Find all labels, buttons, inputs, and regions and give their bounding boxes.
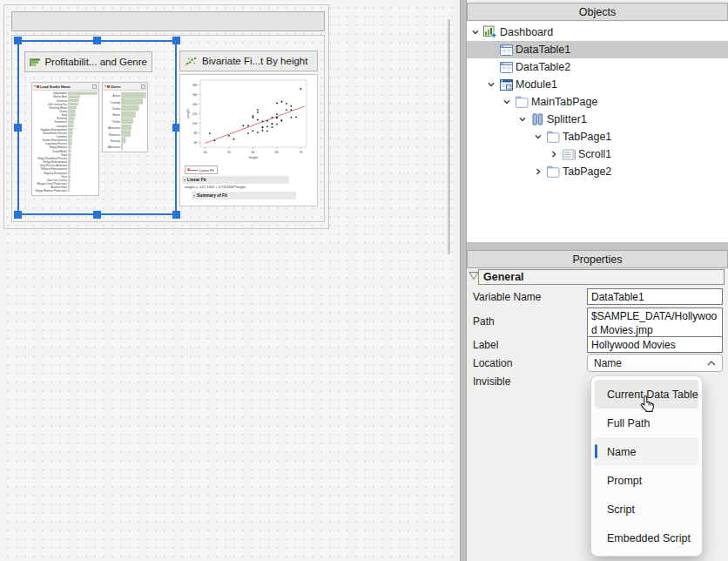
svg-text:Adventure: Adventure: [108, 145, 120, 149]
tree-item-maintabpage[interactable]: MainTabPage: [467, 93, 728, 111]
tree-item-label: DataTable2: [516, 61, 570, 73]
canvas-right-margin: [454, 0, 460, 561]
svg-text:Action: Action: [112, 94, 120, 98]
chevron-down-icon[interactable]: [516, 112, 529, 126]
tree-item-datatable1[interactable]: DataTable1: [467, 41, 728, 58]
mouse-cursor-hand-icon: [637, 390, 659, 413]
chevron-spacer: [484, 60, 498, 74]
tree-item-tabpage2[interactable]: TabPage2: [467, 163, 728, 180]
tree-item-datatable2[interactable]: DataTable2: [467, 58, 728, 76]
tree-item-label: TabPage2: [563, 166, 611, 178]
disclosure-triangle-icon: ▾: [193, 194, 195, 198]
selection-handle[interactable]: [172, 211, 180, 219]
location-label: Location: [473, 357, 512, 369]
dashboard-builder-window: Profitabilit... and Genre ▾ Lead Studio …: [0, 0, 728, 561]
svg-text:Animation: Animation: [108, 126, 120, 130]
disclosure-triangle-icon: ▾: [104, 84, 106, 88]
canvas-vertical-scrollbar[interactable]: [448, 19, 450, 254]
datatable-icon: [498, 60, 514, 74]
lead-studio-chart-title: Lead Studio Name: [40, 84, 91, 89]
menu-item-embedded-script[interactable]: Embedded Script: [595, 524, 698, 552]
chevron-right-icon[interactable]: [547, 147, 561, 161]
panel-splitter[interactable]: [460, 0, 467, 561]
genre-chart-header: ▾ Genre: [103, 83, 147, 91]
chevron-up-icon: [707, 361, 716, 366]
svg-text:Fantasy: Fantasy: [111, 139, 120, 143]
report-thumbnail-profitability-header[interactable]: Profitabilit... and Genre: [24, 51, 152, 72]
filter-icon: [141, 84, 145, 89]
svg-text:70: 70: [300, 151, 303, 154]
report-thumbnail-title: Profitabilit... and Genre: [44, 57, 147, 67]
selection-handle[interactable]: [14, 124, 22, 132]
tab-strip-placeholder[interactable]: [11, 11, 325, 31]
svg-text:120: 120: [192, 112, 198, 116]
report-thumbnail-title: Bivariate Fi...t By height: [202, 56, 307, 66]
lead-studio-bar-chart: IndependentWarner BrosUniversal20th Cent…: [32, 91, 98, 195]
genre-bar-chart: ActionComedyDramaHorrorThrillerAnimation…: [103, 91, 147, 152]
chevron-down-icon[interactable]: [531, 130, 545, 144]
selection-handle[interactable]: [93, 211, 101, 219]
red-marker-icon: [107, 85, 110, 88]
summary-of-fit-section-header[interactable]: ▾ Summary of Fit: [192, 192, 296, 199]
tree-item-dashboard[interactable]: Dashboard: [467, 24, 728, 41]
chevron-down-icon[interactable]: [484, 78, 498, 91]
objects-tree: DashboardDataTable1DataTable2Module1Main…: [467, 22, 728, 242]
menu-item-name[interactable]: Name: [595, 437, 698, 466]
scatter-icon: [185, 56, 198, 67]
tree-item-label: Module1: [516, 78, 557, 91]
menu-item-prompt[interactable]: Prompt: [595, 466, 698, 495]
objects-properties-splitter[interactable]: [467, 242, 728, 250]
selection-handle[interactable]: [93, 37, 101, 44]
path-input[interactable]: $SAMPLE_DATA/Hollywood Movies.jmp: [587, 308, 723, 340]
bivariate-scatter-plot: 50556065706080100120140160180heightweigh…: [182, 77, 313, 164]
svg-text:180: 180: [192, 84, 198, 87]
svg-text:60: 60: [194, 141, 198, 145]
chevron-right-icon[interactable]: [531, 165, 545, 179]
properties-panel-header: Properties: [467, 250, 728, 268]
fit-equation-text: weight = -127.1452 + 3.7113549*height: [185, 185, 246, 189]
svg-text:160: 160: [192, 93, 198, 97]
selection-handle[interactable]: [14, 211, 22, 219]
tree-item-label: MainTabPage: [531, 96, 597, 108]
general-section-header[interactable]: General: [478, 269, 725, 285]
svg-text:100: 100: [192, 122, 198, 125]
tabpage-icon: [514, 95, 529, 109]
location-dropdown[interactable]: Name: [587, 354, 723, 372]
tree-item-module1[interactable]: Module1: [467, 76, 728, 93]
linear-fit-legend: Linear Fit: [185, 166, 218, 174]
module-icon: [498, 78, 514, 91]
chevron-down-icon[interactable]: [468, 25, 482, 39]
selection-handle[interactable]: [172, 37, 180, 44]
menu-item-script[interactable]: Script: [595, 495, 698, 524]
tabpage-icon: [545, 130, 561, 144]
svg-text:weight: weight: [186, 109, 190, 118]
red-fit-line-icon: [188, 170, 198, 171]
svg-text:80: 80: [194, 132, 198, 135]
linear-fit-section-header[interactable]: ▾ Linear Fit: [182, 176, 289, 184]
tree-item-label: Splitter1: [547, 113, 587, 125]
tree-item-splitter1[interactable]: Splitter1: [467, 111, 728, 128]
chevron-down-icon[interactable]: [500, 95, 514, 109]
tabpage-icon: [545, 165, 561, 179]
selection-handle[interactable]: [14, 37, 22, 44]
tree-item-tabpage1[interactable]: TabPage1: [467, 128, 728, 145]
svg-text:Romance: Romance: [109, 133, 121, 137]
lead-studio-chart-header: ▾ Lead Studio Name: [32, 83, 98, 91]
svg-text:50: 50: [204, 151, 207, 154]
variable-name-input[interactable]: [587, 288, 723, 305]
path-label: Path: [473, 315, 495, 328]
tree-item-scroll1[interactable]: Scroll1: [467, 145, 728, 163]
red-marker-icon: [37, 85, 39, 88]
report-thumbnail-bivariate-header[interactable]: Bivariate Fi...t By height: [179, 51, 318, 71]
tree-item-label: Scroll1: [578, 148, 611, 160]
svg-text:60: 60: [252, 151, 255, 154]
label-input[interactable]: [587, 336, 723, 353]
svg-text:Horror: Horror: [112, 113, 120, 117]
objects-panel-header: Objects: [467, 3, 728, 21]
dashboard-canvas[interactable]: Profitabilit... and Genre ▾ Lead Studio …: [0, 0, 454, 561]
datatable-icon: [498, 43, 514, 57]
dashboard-icon: [482, 25, 498, 39]
lead-studio-chart-panel[interactable]: ▾ Lead Studio Name IndependentWarner Bro…: [31, 82, 99, 196]
genre-chart-panel[interactable]: ▾ Genre ActionComedyDramaHorrorThrillerA…: [102, 82, 148, 152]
splitter-icon: [529, 112, 545, 126]
